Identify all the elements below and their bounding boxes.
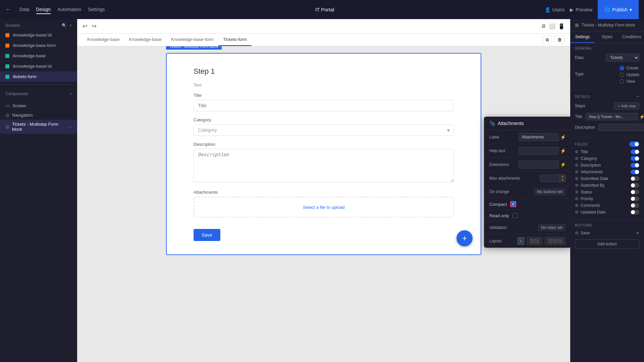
no-actions-badge[interactable]: No actions set: [534, 188, 566, 195]
layout-btn-1[interactable]: ▪: [517, 237, 525, 245]
component-screen[interactable]: ▭ Screen: [0, 101, 77, 110]
fields-master-toggle[interactable]: [629, 141, 639, 147]
attachments-dropzone[interactable]: Select a file to upload: [194, 197, 454, 218]
add-step-button[interactable]: + Add step: [614, 102, 639, 110]
label-flash-icon[interactable]: ⚡: [560, 134, 566, 140]
helptext-input[interactable]: [519, 147, 559, 155]
desktop-view-button[interactable]: 🖥: [541, 23, 546, 29]
copy-tab-button[interactable]: ⧉: [543, 36, 552, 44]
navigation-component-icon: ◎: [5, 112, 9, 118]
no-rules-badge[interactable]: No rules set: [538, 224, 566, 231]
nav-tab-settings[interactable]: Settings: [88, 5, 105, 14]
description-textarea[interactable]: [194, 149, 454, 182]
field-description-toggle[interactable]: [631, 163, 639, 168]
data-label: Data: [575, 55, 583, 60]
field-priority-gear-icon[interactable]: ⚙: [575, 196, 579, 201]
field-attachments-toggle[interactable]: [631, 170, 639, 174]
tab-conditions[interactable]: Conditions: [620, 32, 644, 43]
field-comments-toggle[interactable]: [631, 203, 639, 208]
screen-item-0[interactable]: /knowledge-base/:id: [0, 30, 77, 40]
upload-link[interactable]: Select a file to upload: [303, 205, 344, 210]
right-sidebar: ⊞ Tickets - Multistep Form block Setting…: [570, 19, 644, 362]
nav-tab-automation[interactable]: Automation: [57, 5, 81, 14]
screen-item-3[interactable]: /knowledge-base/:id: [0, 61, 77, 71]
button-save-gear-icon[interactable]: ⚙: [575, 231, 579, 235]
preview-button[interactable]: ▶ Preview: [570, 7, 592, 12]
decrement-arrow[interactable]: ▼: [560, 178, 566, 182]
undo-button[interactable]: ↩: [83, 22, 88, 30]
field-submitted-date-toggle[interactable]: [631, 176, 639, 181]
users-button[interactable]: 👤 Users: [545, 7, 565, 12]
search-icon[interactable]: 🔍: [62, 23, 67, 28]
field-submitted-by-gear-icon[interactable]: ⚙: [575, 183, 579, 188]
extensions-input[interactable]: [519, 161, 559, 169]
data-select[interactable]: Tickets: [606, 54, 639, 62]
add-screen-icon[interactable]: +: [69, 23, 72, 28]
readonly-label: Read only: [489, 213, 509, 218]
publish-button[interactable]: 🌐 Publish ▾: [598, 0, 639, 19]
page-tab-3[interactable]: Tickets-form: [218, 34, 252, 46]
layout-btn-3[interactable]: ⬛⬛⬛: [545, 237, 566, 245]
screen-item-2[interactable]: /knowledge-base: [0, 51, 77, 61]
back-button[interactable]: ←: [5, 6, 11, 13]
button-save-remove[interactable]: ✕: [636, 231, 639, 235]
page-tabs-bar: Knowledge-base Knowledge-base Knowledge-…: [77, 34, 570, 46]
page-tab-0[interactable]: Knowledge-base: [83, 34, 124, 46]
field-title-gear-icon[interactable]: ⚙: [575, 149, 579, 154]
field-submitted-by-toggle[interactable]: [631, 183, 639, 188]
type-update[interactable]: Update: [620, 72, 639, 77]
field-updated-date-toggle[interactable]: [631, 210, 639, 215]
type-label: Type: [575, 72, 584, 76]
field-title-toggle[interactable]: [631, 149, 639, 154]
extensions-flash-icon[interactable]: ⚡: [560, 162, 566, 167]
mobile-view-button[interactable]: 📱: [558, 23, 565, 29]
screen-item-1[interactable]: /knowledge-base-form: [0, 40, 77, 51]
delete-tab-button[interactable]: 🗑: [554, 36, 565, 44]
readonly-checkbox[interactable]: [513, 213, 518, 218]
label-field-input[interactable]: [519, 133, 559, 141]
title-flash-icon[interactable]: ⚡: [639, 114, 644, 119]
type-view[interactable]: View: [620, 79, 639, 84]
field-category-toggle[interactable]: [631, 156, 639, 161]
nav-tab-design[interactable]: Design: [36, 5, 51, 14]
type-create[interactable]: Create: [620, 66, 639, 70]
field-description-gear-icon[interactable]: ⚙: [575, 163, 579, 168]
details-title-input[interactable]: [586, 113, 638, 120]
maxattachments-label: Max attachments: [489, 176, 520, 181]
tickets-form-more[interactable]: ···: [68, 124, 72, 129]
field-priority-toggle[interactable]: [631, 196, 639, 201]
tab-settings[interactable]: Settings: [570, 32, 595, 43]
component-tickets-form[interactable]: ◎ Tickets - Multistep Form block ···: [0, 120, 77, 134]
field-comments-gear-icon[interactable]: ⚙: [575, 203, 579, 208]
maxattachments-input[interactable]: [540, 175, 560, 182]
layout-btn-2[interactable]: ⬛⬛: [527, 237, 543, 245]
category-select[interactable]: Category: [194, 124, 454, 136]
add-button-button[interactable]: Add button: [575, 239, 639, 249]
field-status-gear-icon[interactable]: ⚙: [575, 190, 579, 194]
add-component-icon[interactable]: +: [69, 92, 72, 96]
page-tab-1[interactable]: Knowledge-base: [124, 34, 166, 46]
title-input[interactable]: [194, 100, 454, 111]
page-tab-2[interactable]: Knowledge-base-form: [166, 34, 218, 46]
screen-item-4[interactable]: /tickets-form: [0, 71, 77, 82]
redo-button[interactable]: ↪: [92, 22, 97, 30]
nav-tab-data[interactable]: Data: [19, 5, 30, 14]
fab-add-button[interactable]: +: [457, 230, 473, 246]
tablet-view-button[interactable]: ⬜: [549, 23, 555, 29]
collapse-icon[interactable]: −: [636, 94, 639, 100]
compact-checkbox[interactable]: ✓: [510, 201, 516, 207]
main-layout: Screens 🔍 + /knowledge-base/:id /knowled…: [0, 19, 644, 362]
preview-label: Preview: [576, 7, 592, 12]
field-category-gear-icon[interactable]: ⚙: [575, 156, 579, 161]
increment-arrow[interactable]: ▲: [560, 175, 566, 178]
field-attachments-gear-icon[interactable]: ⚙: [575, 170, 579, 174]
save-button[interactable]: Save: [194, 229, 220, 241]
helptext-label: Help text: [489, 148, 505, 153]
tab-styles[interactable]: Styles: [595, 32, 619, 43]
field-submitted-date-gear-icon[interactable]: ⚙: [575, 176, 579, 181]
helptext-flash-icon[interactable]: ⚡: [560, 148, 566, 154]
description-input[interactable]: [598, 124, 644, 131]
field-status-toggle[interactable]: [631, 190, 639, 194]
component-navigation[interactable]: ◎ Navigation: [0, 110, 77, 120]
field-updated-date-gear-icon[interactable]: ⚙: [575, 210, 579, 215]
